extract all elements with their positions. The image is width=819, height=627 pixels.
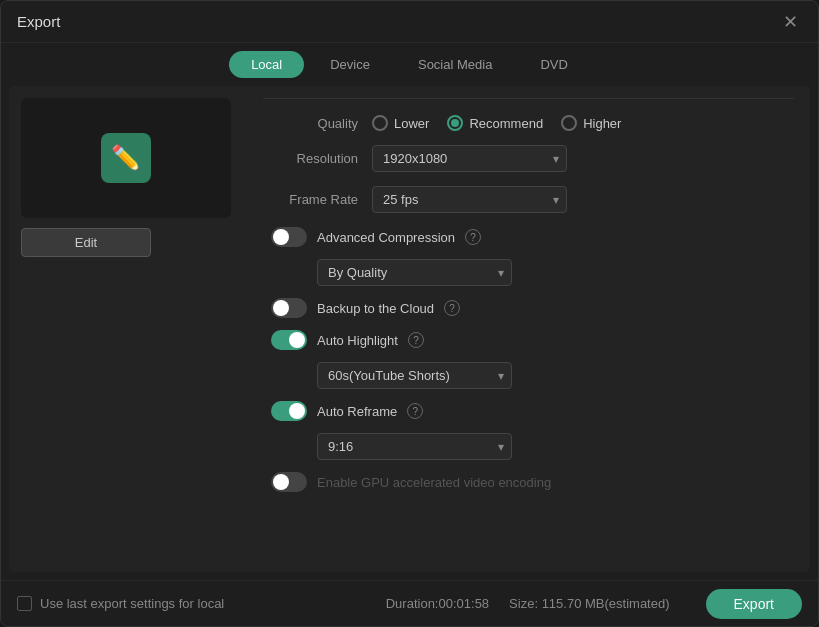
titlebar: Export ✕ <box>1 1 818 43</box>
last-settings-label: Use last export settings for local <box>40 596 224 611</box>
quality-recommend-radio[interactable] <box>447 115 463 131</box>
export-window: Export ✕ Local Device Social Media DVD ✏… <box>0 0 819 627</box>
framerate-select[interactable]: 25 fps 30 fps 60 fps <box>372 186 567 213</box>
duration-info: Duration:00:01:58 <box>386 596 489 611</box>
quality-lower-label: Lower <box>394 116 429 131</box>
resolution-select-wrapper: 1920x1080 1280x720 3840x2160 <box>372 145 567 172</box>
quality-recommend-radio-inner <box>451 119 459 127</box>
gpu-label: Enable GPU accelerated video encoding <box>317 475 551 490</box>
left-panel: ✏️ Edit <box>21 98 251 560</box>
size-info: Size: 115.70 MB(estimated) <box>509 596 669 611</box>
tab-dvd[interactable]: DVD <box>518 51 589 78</box>
auto-highlight-toggle[interactable] <box>271 330 307 350</box>
gpu-toggle[interactable] <box>271 472 307 492</box>
highlight-duration-row: 60s(YouTube Shorts) 30s 15s <box>317 362 794 389</box>
highlight-duration-select-wrapper: 60s(YouTube Shorts) 30s 15s <box>317 362 512 389</box>
backup-cloud-knob <box>273 300 289 316</box>
advanced-compression-toggle[interactable] <box>271 227 307 247</box>
auto-reframe-toggle[interactable] <box>271 401 307 421</box>
preview-icon: ✏️ <box>101 133 151 183</box>
quality-row: Quality Lower Recommend <box>263 115 794 131</box>
right-panel: Quality Lower Recommend <box>263 98 798 560</box>
last-settings-checkbox-label[interactable]: Use last export settings for local <box>17 596 224 611</box>
auto-highlight-info-icon[interactable]: ? <box>408 332 424 348</box>
footer: Use last export settings for local Durat… <box>1 580 818 626</box>
gpu-knob <box>273 474 289 490</box>
quality-recommend-option[interactable]: Recommend <box>447 115 543 131</box>
duration-label: Duration: <box>386 596 439 611</box>
backup-cloud-label: Backup to the Cloud <box>317 301 434 316</box>
advanced-compression-info-icon[interactable]: ? <box>465 229 481 245</box>
quality-higher-option[interactable]: Higher <box>561 115 621 131</box>
advanced-compression-knob <box>273 229 289 245</box>
edit-button[interactable]: Edit <box>21 228 151 257</box>
backup-cloud-row: Backup to the Cloud ? <box>263 298 794 318</box>
compression-mode-select[interactable]: By Quality By Size <box>317 259 512 286</box>
window-title: Export <box>17 13 60 30</box>
backup-cloud-info-icon[interactable]: ? <box>444 300 460 316</box>
auto-highlight-row: Auto Highlight ? <box>263 330 794 350</box>
quality-radio-group: Lower Recommend Higher <box>372 115 621 131</box>
resolution-label: Resolution <box>263 151 358 166</box>
close-button[interactable]: ✕ <box>778 10 802 34</box>
advanced-compression-label: Advanced Compression <box>317 230 455 245</box>
reframe-ratio-select[interactable]: 9:16 1:1 16:9 4:3 <box>317 433 512 460</box>
size-value: 115.70 MB(estimated) <box>542 596 670 611</box>
quality-lower-option[interactable]: Lower <box>372 115 429 131</box>
auto-highlight-knob <box>289 332 305 348</box>
quality-higher-label: Higher <box>583 116 621 131</box>
highlight-duration-select[interactable]: 60s(YouTube Shorts) 30s 15s <box>317 362 512 389</box>
framerate-row: Frame Rate 25 fps 30 fps 60 fps <box>263 186 794 213</box>
reframe-ratio-row: 9:16 1:1 16:9 4:3 <box>317 433 794 460</box>
resolution-row: Resolution 1920x1080 1280x720 3840x2160 <box>263 145 794 172</box>
export-button[interactable]: Export <box>706 589 802 619</box>
section-divider <box>263 98 794 99</box>
main-content: ✏️ Edit Quality Lower <box>9 86 810 572</box>
framerate-label: Frame Rate <box>263 192 358 207</box>
tab-social-media[interactable]: Social Media <box>396 51 514 78</box>
auto-reframe-info-icon[interactable]: ? <box>407 403 423 419</box>
quality-recommend-label: Recommend <box>469 116 543 131</box>
tabs-bar: Local Device Social Media DVD <box>1 43 818 86</box>
duration-value: 00:01:58 <box>438 596 489 611</box>
quality-lower-radio[interactable] <box>372 115 388 131</box>
quality-label: Quality <box>263 116 358 131</box>
tab-device[interactable]: Device <box>308 51 392 78</box>
backup-cloud-toggle[interactable] <box>271 298 307 318</box>
resolution-select[interactable]: 1920x1080 1280x720 3840x2160 <box>372 145 567 172</box>
last-settings-checkbox[interactable] <box>17 596 32 611</box>
tab-local[interactable]: Local <box>229 51 304 78</box>
size-label: Size: <box>509 596 538 611</box>
auto-reframe-row: Auto Reframe ? <box>263 401 794 421</box>
auto-reframe-label: Auto Reframe <box>317 404 397 419</box>
auto-reframe-knob <box>289 403 305 419</box>
compression-mode-row: By Quality By Size <box>317 259 794 286</box>
compression-mode-select-wrapper: By Quality By Size <box>317 259 512 286</box>
gpu-row: Enable GPU accelerated video encoding <box>263 472 794 492</box>
framerate-select-wrapper: 25 fps 30 fps 60 fps <box>372 186 567 213</box>
advanced-compression-row: Advanced Compression ? <box>263 227 794 247</box>
preview-box: ✏️ <box>21 98 231 218</box>
quality-higher-radio[interactable] <box>561 115 577 131</box>
reframe-ratio-select-wrapper: 9:16 1:1 16:9 4:3 <box>317 433 512 460</box>
footer-info: Duration:00:01:58 Size: 115.70 MB(estima… <box>386 589 802 619</box>
auto-highlight-label: Auto Highlight <box>317 333 398 348</box>
